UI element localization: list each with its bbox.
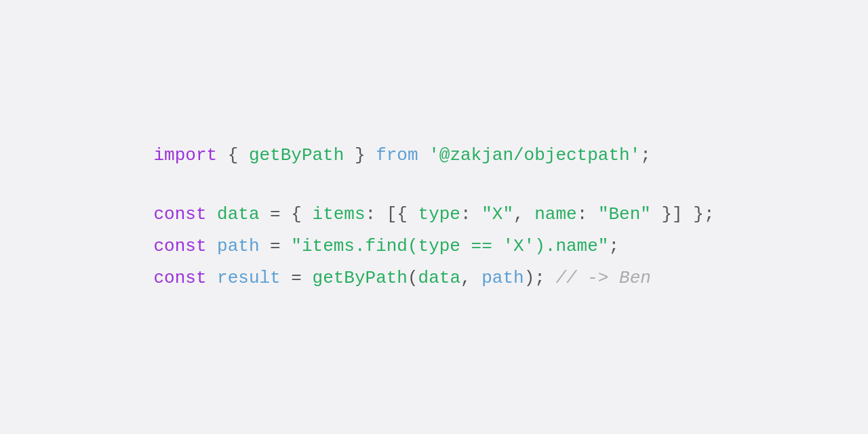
token-sp3: [206, 262, 217, 294]
token-var-path: path: [217, 231, 259, 262]
token-import: import: [153, 140, 217, 172]
token-const-3: const: [153, 262, 206, 294]
token-comma1: ,: [513, 199, 534, 231]
token-semi-1: ;: [640, 140, 651, 172]
token-sp1: [206, 199, 217, 231]
code-line-2: const data = { items: [{ type: "X", name…: [153, 199, 714, 231]
token-from: from: [376, 140, 418, 172]
token-comment: // -> Ben: [545, 262, 651, 294]
token-paren-open: (: [408, 262, 418, 294]
token-eq3: =: [281, 262, 313, 294]
token-package-name: '@zakjan/objectpath': [429, 140, 640, 172]
code-line-3: const path = "items.find(type == 'X').na…: [153, 231, 714, 262]
code-line-1: import { getByPath } from '@zakjan/objec…: [153, 140, 714, 172]
token-brace-open: {: [217, 140, 249, 172]
token-const-1: const: [153, 199, 206, 231]
token-sp2: [206, 231, 217, 262]
token-brace-close: }: [344, 140, 376, 172]
token-semi-3: ;: [608, 231, 619, 262]
token-fn-call: getByPath: [313, 262, 408, 294]
token-const-2: const: [153, 231, 206, 262]
token-var-data: data: [217, 199, 259, 231]
code-block: import { getByPath } from '@zakjan/objec…: [113, 113, 755, 321]
token-val-x: "X": [481, 199, 513, 231]
token-space: [418, 140, 429, 172]
token-key-name: name: [534, 199, 576, 231]
token-eq2: =: [260, 231, 292, 262]
token-arg-path: path: [481, 262, 524, 294]
blank-line-1: [153, 172, 714, 199]
token-array-open: : [{: [366, 199, 418, 231]
token-getbypath: getByPath: [249, 140, 344, 172]
token-key-type: type: [418, 199, 460, 231]
token-eq1: = {: [260, 199, 313, 231]
token-key-items: items: [313, 199, 366, 231]
token-arg-data: data: [418, 262, 460, 294]
code-line-4: const result = getByPath(data, path); //…: [153, 262, 714, 294]
token-var-result: result: [217, 262, 281, 294]
token-colon2: :: [577, 199, 598, 231]
token-array-close: }] };: [651, 199, 715, 231]
token-val-ben: "Ben": [598, 199, 651, 231]
token-path-string: "items.find(type == 'X').name": [291, 231, 608, 262]
token-colon1: :: [460, 199, 481, 231]
token-comma2: ,: [460, 262, 481, 294]
token-paren-close: );: [524, 262, 545, 294]
